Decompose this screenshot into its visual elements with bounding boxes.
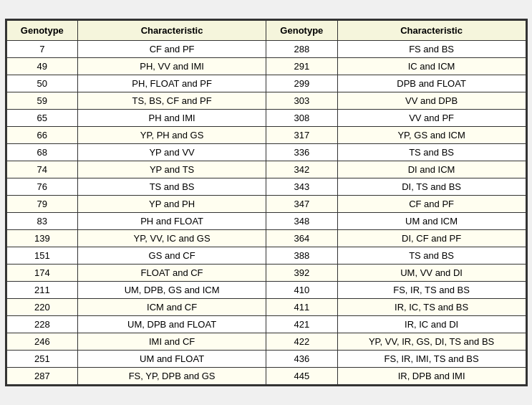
table-row: 287FS, YP, DPB and GS445IR, DPB and IMI — [6, 368, 526, 385]
table-row: 174FLOAT and CF392UM, VV and DI — [6, 265, 526, 282]
genotype-2-cell: 392 — [266, 265, 337, 282]
characteristic-2-cell: VV and DPB — [337, 92, 526, 110]
table-row: 68YP and VV336TS and BS — [6, 144, 526, 161]
characteristic-1-cell: ICM and CF — [78, 299, 266, 316]
characteristic-1-cell: TS, BS, CF and PF — [78, 92, 266, 110]
table-row: 74YP and TS342DI and ICM — [6, 161, 526, 178]
genotype-2-cell: 421 — [266, 316, 337, 333]
genotype-1-cell: 287 — [6, 368, 78, 385]
characteristic-2-cell: IC and ICM — [337, 58, 526, 75]
genotype-1-cell: 79 — [6, 196, 78, 213]
characteristic-2-cell: IR, DPB and IMI — [337, 368, 526, 385]
genotype-2-cell: 422 — [266, 333, 337, 351]
characteristic-1-cell: TS and BS — [78, 178, 266, 196]
genotype-1-cell: 246 — [6, 333, 78, 351]
genotype-1-cell: 65 — [6, 110, 78, 127]
characteristic-2-cell: FS and BS — [337, 41, 526, 58]
characteristic-2-cell: DPB and FLOAT — [337, 75, 526, 92]
characteristic-1-cell: FS, YP, DPB and GS — [78, 368, 266, 385]
characteristic-1-cell: PH, VV and IMI — [78, 58, 266, 75]
characteristic-1-cell: YP and VV — [78, 144, 266, 161]
genotype-table: Genotype Characteristic Genotype Charact… — [6, 20, 526, 385]
characteristic-1-cell: PH and IMI — [78, 110, 266, 127]
characteristic-1-cell: FLOAT and CF — [78, 265, 266, 282]
genotype-1-cell: 174 — [6, 265, 78, 282]
table-row: 220ICM and CF411IR, IC, TS and BS — [6, 299, 526, 316]
genotype-1-cell: 228 — [6, 316, 78, 333]
genotype-1-cell: 68 — [6, 144, 78, 161]
genotype-2-cell: 347 — [266, 196, 337, 213]
table-row: 76TS and BS343DI, TS and BS — [6, 178, 526, 196]
genotype-1-cell: 76 — [6, 178, 78, 196]
characteristic-2-cell: DI and ICM — [337, 161, 526, 178]
header-characteristic-1: Characteristic — [78, 21, 266, 41]
genotype-1-cell: 220 — [6, 299, 78, 316]
genotype-1-cell: 139 — [6, 230, 78, 247]
table-row: 228UM, DPB and FLOAT421IR, IC and DI — [6, 316, 526, 333]
table-row: 66YP, PH and GS317YP, GS and ICM — [6, 127, 526, 144]
characteristic-1-cell: CF and PF — [78, 41, 266, 58]
genotype-2-cell: 303 — [266, 92, 337, 110]
table-row: 65PH and IMI308VV and PF — [6, 110, 526, 127]
genotype-1-cell: 49 — [6, 58, 78, 75]
header-characteristic-2: Characteristic — [337, 21, 526, 41]
genotype-1-cell: 66 — [6, 127, 78, 144]
characteristic-1-cell: PH, FLOAT and PF — [78, 75, 266, 92]
table-row: 7CF and PF288FS and BS — [6, 41, 526, 58]
genotype-2-cell: 291 — [266, 58, 337, 75]
table-row: 49PH, VV and IMI291IC and ICM — [6, 58, 526, 75]
genotype-1-cell: 7 — [6, 41, 78, 58]
table-row: 79YP and PH347CF and PF — [6, 196, 526, 213]
genotype-2-cell: 411 — [266, 299, 337, 316]
table-row: 246IMI and CF422YP, VV, IR, GS, DI, TS a… — [6, 333, 526, 351]
header-genotype-1: Genotype — [6, 21, 78, 41]
characteristic-1-cell: UM and FLOAT — [78, 351, 266, 368]
table-row: 50PH, FLOAT and PF299DPB and FLOAT — [6, 75, 526, 92]
genotype-1-cell: 211 — [6, 282, 78, 299]
characteristic-2-cell: FS, IR, TS and BS — [337, 282, 526, 299]
characteristic-2-cell: UM and ICM — [337, 213, 526, 230]
characteristic-1-cell: GS and CF — [78, 247, 266, 265]
characteristic-2-cell: VV and PF — [337, 110, 526, 127]
characteristic-2-cell: TS and BS — [337, 144, 526, 161]
characteristic-2-cell: FS, IR, IMI, TS and BS — [337, 351, 526, 368]
genotype-2-cell: 299 — [266, 75, 337, 92]
table-row: 151GS and CF388TS and BS — [6, 247, 526, 265]
genotype-2-cell: 348 — [266, 213, 337, 230]
genotype-2-cell: 308 — [266, 110, 337, 127]
genotype-1-cell: 251 — [6, 351, 78, 368]
genotype-2-cell: 342 — [266, 161, 337, 178]
characteristic-1-cell: IMI and CF — [78, 333, 266, 351]
characteristic-1-cell: YP and PH — [78, 196, 266, 213]
characteristic-1-cell: YP and TS — [78, 161, 266, 178]
characteristic-2-cell: YP, GS and ICM — [337, 127, 526, 144]
genotype-2-cell: 288 — [266, 41, 337, 58]
characteristic-2-cell: CF and PF — [337, 196, 526, 213]
genotype-2-cell: 388 — [266, 247, 337, 265]
characteristic-2-cell: UM, VV and DI — [337, 265, 526, 282]
table-row: 83PH and FLOAT348UM and ICM — [6, 213, 526, 230]
genotype-2-cell: 410 — [266, 282, 337, 299]
characteristic-1-cell: YP, PH and GS — [78, 127, 266, 144]
characteristic-2-cell: YP, VV, IR, GS, DI, TS and BS — [337, 333, 526, 351]
genotype-2-cell: 336 — [266, 144, 337, 161]
characteristic-2-cell: DI, CF and PF — [337, 230, 526, 247]
table-row: 211UM, DPB, GS and ICM410FS, IR, TS and … — [6, 282, 526, 299]
characteristic-2-cell: DI, TS and BS — [337, 178, 526, 196]
table-row: 139YP, VV, IC and GS364DI, CF and PF — [6, 230, 526, 247]
characteristic-1-cell: YP, VV, IC and GS — [78, 230, 266, 247]
table-row: 251UM and FLOAT436FS, IR, IMI, TS and BS — [6, 351, 526, 368]
genotype-2-cell: 343 — [266, 178, 337, 196]
genotype-2-cell: 364 — [266, 230, 337, 247]
header-row: Genotype Characteristic Genotype Charact… — [6, 21, 526, 41]
characteristic-1-cell: UM, DPB and FLOAT — [78, 316, 266, 333]
genotype-1-cell: 151 — [6, 247, 78, 265]
characteristic-1-cell: UM, DPB, GS and ICM — [78, 282, 266, 299]
genotype-1-cell: 59 — [6, 92, 78, 110]
genotype-1-cell: 83 — [6, 213, 78, 230]
table-body: 7CF and PF288FS and BS49PH, VV and IMI29… — [6, 41, 526, 385]
genotype-2-cell: 317 — [266, 127, 337, 144]
characteristic-1-cell: PH and FLOAT — [78, 213, 266, 230]
table-row: 59TS, BS, CF and PF303VV and DPB — [6, 92, 526, 110]
main-table-container: Genotype Characteristic Genotype Charact… — [5, 19, 528, 386]
